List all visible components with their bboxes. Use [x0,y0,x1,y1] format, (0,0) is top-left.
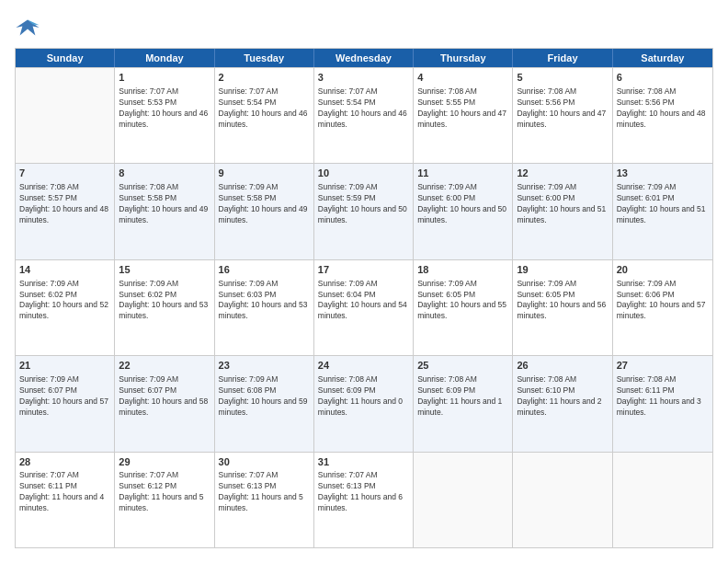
calendar-cell-2-4: 18Sunrise: 7:09 AMSunset: 6:05 PMDayligh… [414,260,513,355]
cell-info: Sunrise: 7:09 AMSunset: 6:08 PMDaylight:… [219,374,310,419]
header-day-friday: Friday [513,49,612,67]
day-number: 17 [318,263,409,277]
calendar-cell-3-1: 22Sunrise: 7:09 AMSunset: 6:07 PMDayligh… [115,356,214,451]
header-day-sunday: Sunday [16,49,115,67]
day-number: 24 [318,359,409,373]
cell-info: Sunrise: 7:09 AMSunset: 6:02 PMDaylight:… [119,279,210,323]
cell-info: Sunrise: 7:08 AMSunset: 5:57 PMDaylight:… [19,182,110,226]
cell-info: Sunrise: 7:09 AMSunset: 6:06 PMDaylight:… [617,279,709,323]
calendar-cell-0-2: 2Sunrise: 7:07 AMSunset: 5:54 PMDaylight… [215,68,314,163]
day-number: 21 [19,359,110,373]
calendar-cell-4-6 [613,453,712,547]
calendar-cell-0-5: 5Sunrise: 7:08 AMSunset: 5:56 PMDaylight… [513,68,612,163]
header-day-monday: Monday [115,49,214,67]
day-number: 27 [617,359,709,373]
calendar-cell-2-3: 17Sunrise: 7:09 AMSunset: 6:04 PMDayligh… [314,260,414,355]
cell-info: Sunrise: 7:09 AMSunset: 6:05 PMDaylight:… [517,279,608,323]
cell-info: Sunrise: 7:09 AMSunset: 6:07 PMDaylight:… [19,374,110,419]
header-day-wednesday: Wednesday [314,49,414,67]
cell-info: Sunrise: 7:09 AMSunset: 6:03 PMDaylight:… [219,279,310,323]
cell-info: Sunrise: 7:09 AMSunset: 6:00 PMDaylight:… [517,182,608,226]
cell-info: Sunrise: 7:09 AMSunset: 6:00 PMDaylight:… [417,182,508,226]
day-number: 4 [417,71,508,85]
cell-info: Sunrise: 7:09 AMSunset: 6:04 PMDaylight:… [318,279,409,323]
calendar-row-2: 14Sunrise: 7:09 AMSunset: 6:02 PMDayligh… [16,259,712,355]
day-number: 14 [19,263,110,277]
calendar-cell-1-6: 13Sunrise: 7:09 AMSunset: 6:01 PMDayligh… [613,164,712,259]
cell-info: Sunrise: 7:07 AMSunset: 6:13 PMDaylight:… [318,470,409,514]
header-day-saturday: Saturday [613,49,712,67]
logo-bird-icon [15,15,40,40]
cell-info: Sunrise: 7:07 AMSunset: 5:53 PMDaylight:… [119,86,210,131]
calendar-cell-2-6: 20Sunrise: 7:09 AMSunset: 6:06 PMDayligh… [613,260,712,355]
cell-info: Sunrise: 7:08 AMSunset: 6:09 PMDaylight:… [417,374,508,419]
calendar-cell-1-3: 10Sunrise: 7:09 AMSunset: 5:59 PMDayligh… [314,164,414,259]
cell-info: Sunrise: 7:08 AMSunset: 5:55 PMDaylight:… [417,86,508,131]
calendar-cell-4-3: 31Sunrise: 7:07 AMSunset: 6:13 PMDayligh… [314,453,414,547]
day-number: 9 [219,167,310,180]
calendar-cell-3-6: 27Sunrise: 7:08 AMSunset: 6:11 PMDayligh… [613,356,712,451]
calendar-cell-2-0: 14Sunrise: 7:09 AMSunset: 6:02 PMDayligh… [16,260,115,355]
day-number: 7 [19,167,110,180]
day-number: 15 [119,263,210,277]
cell-info: Sunrise: 7:08 AMSunset: 5:56 PMDaylight:… [517,86,608,131]
day-number: 29 [119,455,210,469]
calendar-row-1: 7Sunrise: 7:08 AMSunset: 5:57 PMDaylight… [16,163,712,259]
calendar-cell-2-5: 19Sunrise: 7:09 AMSunset: 6:05 PMDayligh… [513,260,612,355]
cell-info: Sunrise: 7:07 AMSunset: 5:54 PMDaylight:… [318,86,409,131]
calendar-row-3: 21Sunrise: 7:09 AMSunset: 6:07 PMDayligh… [16,355,712,451]
day-number: 30 [219,455,310,469]
cell-info: Sunrise: 7:08 AMSunset: 6:11 PMDaylight:… [617,374,709,419]
calendar-cell-4-4 [414,453,513,547]
calendar-cell-3-2: 23Sunrise: 7:09 AMSunset: 6:08 PMDayligh… [215,356,314,451]
calendar-cell-0-3: 3Sunrise: 7:07 AMSunset: 5:54 PMDaylight… [314,68,414,163]
cell-info: Sunrise: 7:09 AMSunset: 5:58 PMDaylight:… [219,182,310,226]
page: SundayMondayTuesdayWednesdayThursdayFrid… [0,0,728,563]
day-number: 5 [517,71,608,85]
calendar-row-4: 28Sunrise: 7:07 AMSunset: 6:11 PMDayligh… [16,452,712,547]
calendar-cell-3-0: 21Sunrise: 7:09 AMSunset: 6:07 PMDayligh… [16,356,115,451]
calendar-cell-3-5: 26Sunrise: 7:08 AMSunset: 6:10 PMDayligh… [513,356,612,451]
day-number: 3 [318,71,409,85]
cell-info: Sunrise: 7:08 AMSunset: 5:58 PMDaylight:… [119,182,210,226]
calendar-cell-1-0: 7Sunrise: 7:08 AMSunset: 5:57 PMDaylight… [16,164,115,259]
header [15,15,713,40]
cell-info: Sunrise: 7:07 AMSunset: 6:13 PMDaylight:… [219,470,310,514]
day-number: 20 [617,263,709,277]
calendar-row-0: 1Sunrise: 7:07 AMSunset: 5:53 PMDaylight… [16,67,712,163]
cell-info: Sunrise: 7:08 AMSunset: 6:09 PMDaylight:… [318,374,409,419]
calendar-header: SundayMondayTuesdayWednesdayThursdayFrid… [16,49,712,67]
calendar-cell-3-4: 25Sunrise: 7:08 AMSunset: 6:09 PMDayligh… [414,356,513,451]
day-number: 13 [617,167,709,180]
cell-info: Sunrise: 7:09 AMSunset: 6:01 PMDaylight:… [617,182,709,226]
calendar-cell-0-6: 6Sunrise: 7:08 AMSunset: 5:56 PMDaylight… [613,68,712,163]
day-number: 2 [219,71,310,85]
cell-info: Sunrise: 7:09 AMSunset: 6:07 PMDaylight:… [119,374,210,419]
day-number: 31 [318,455,409,469]
day-number: 28 [19,455,110,469]
day-number: 1 [119,71,210,85]
calendar-cell-4-2: 30Sunrise: 7:07 AMSunset: 6:13 PMDayligh… [215,453,314,547]
cell-info: Sunrise: 7:07 AMSunset: 6:11 PMDaylight:… [19,470,110,514]
calendar-cell-1-5: 12Sunrise: 7:09 AMSunset: 6:00 PMDayligh… [513,164,612,259]
cell-info: Sunrise: 7:09 AMSunset: 5:59 PMDaylight:… [318,182,409,226]
calendar-cell-4-5 [513,453,612,547]
calendar-cell-0-1: 1Sunrise: 7:07 AMSunset: 5:53 PMDaylight… [115,68,214,163]
cell-info: Sunrise: 7:07 AMSunset: 5:54 PMDaylight:… [219,86,310,131]
calendar-cell-1-2: 9Sunrise: 7:09 AMSunset: 5:58 PMDaylight… [215,164,314,259]
cell-info: Sunrise: 7:07 AMSunset: 6:12 PMDaylight:… [119,470,210,514]
calendar-body: 1Sunrise: 7:07 AMSunset: 5:53 PMDaylight… [16,67,712,547]
day-number: 8 [119,167,210,180]
cell-info: Sunrise: 7:09 AMSunset: 6:05 PMDaylight:… [417,279,508,323]
calendar-cell-4-0: 28Sunrise: 7:07 AMSunset: 6:11 PMDayligh… [16,453,115,547]
header-day-thursday: Thursday [414,49,513,67]
cell-info: Sunrise: 7:08 AMSunset: 6:10 PMDaylight:… [517,374,608,419]
calendar-cell-0-4: 4Sunrise: 7:08 AMSunset: 5:55 PMDaylight… [414,68,513,163]
cell-info: Sunrise: 7:09 AMSunset: 6:02 PMDaylight:… [19,279,110,323]
calendar-cell-1-1: 8Sunrise: 7:08 AMSunset: 5:58 PMDaylight… [115,164,214,259]
logo [15,15,44,40]
cell-info: Sunrise: 7:08 AMSunset: 5:56 PMDaylight:… [617,86,709,131]
day-number: 18 [417,263,508,277]
day-number: 19 [517,263,608,277]
day-number: 16 [219,263,310,277]
